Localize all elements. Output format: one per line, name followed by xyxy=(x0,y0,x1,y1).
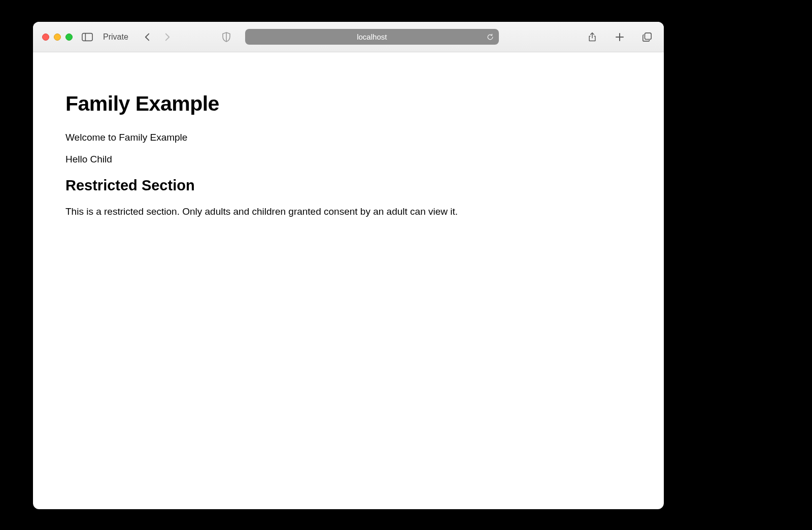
private-mode-label: Private xyxy=(103,32,128,42)
svg-rect-6 xyxy=(645,32,651,39)
minimize-window-button[interactable] xyxy=(54,34,61,41)
reload-button[interactable] xyxy=(487,34,494,41)
share-icon xyxy=(587,32,597,42)
reload-icon xyxy=(487,34,494,41)
svg-rect-0 xyxy=(82,33,92,41)
close-window-button[interactable] xyxy=(42,34,49,41)
welcome-text: Welcome to Family Example xyxy=(65,131,631,145)
tabs-icon xyxy=(642,32,652,42)
shield-icon xyxy=(222,32,231,42)
plus-icon xyxy=(615,32,625,42)
browser-window: Private localhost xyxy=(33,22,664,509)
chevron-left-icon xyxy=(143,33,151,41)
toolbar-right-group xyxy=(585,29,655,45)
nav-buttons xyxy=(140,29,175,45)
forward-button xyxy=(160,29,175,45)
maximize-window-button[interactable] xyxy=(65,34,73,41)
share-button[interactable] xyxy=(585,29,600,45)
page-title: Family Example xyxy=(65,92,631,116)
back-button[interactable] xyxy=(140,29,155,45)
chevron-right-icon xyxy=(163,33,172,41)
page-content: Family Example Welcome to Family Example… xyxy=(33,52,664,247)
address-bar[interactable]: localhost xyxy=(245,29,499,45)
window-controls xyxy=(42,34,73,41)
greeting-text: Hello Child xyxy=(65,153,631,167)
sidebar-toggle-button[interactable] xyxy=(80,29,95,45)
sidebar-icon xyxy=(82,32,93,42)
privacy-report-button[interactable] xyxy=(219,29,234,45)
address-text: localhost xyxy=(357,32,387,41)
tabs-overview-button[interactable] xyxy=(639,29,655,45)
new-tab-button[interactable] xyxy=(612,29,627,45)
section-heading: Restricted Section xyxy=(65,177,631,194)
browser-toolbar: Private localhost xyxy=(33,22,664,52)
section-description: This is a restricted section. Only adult… xyxy=(65,205,631,219)
